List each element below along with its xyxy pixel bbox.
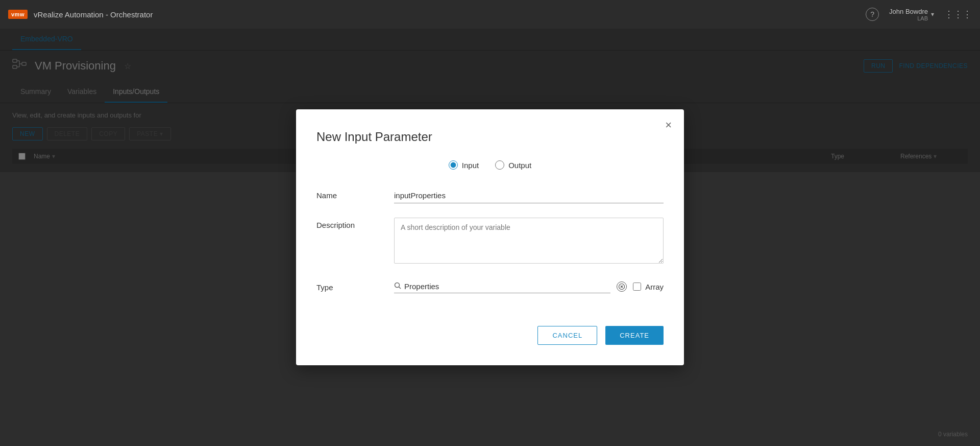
description-label: Description: [316, 218, 378, 229]
help-icon[interactable]: ?: [866, 8, 879, 21]
radio-output[interactable]: [495, 160, 504, 170]
name-input[interactable]: [394, 188, 664, 203]
close-button[interactable]: ×: [665, 120, 672, 131]
dialog: × New Input Parameter Input Output Name: [296, 109, 684, 365]
array-checkbox-wrapper: Array: [633, 283, 664, 291]
modal-overlay: × New Input Parameter Input Output Name: [0, 29, 980, 446]
type-field-wrapper: Properties Array: [394, 280, 664, 293]
user-info: John Bowdre LAB ▾: [889, 8, 934, 21]
nav-right: ? John Bowdre LAB ▾ ⋮⋮⋮: [866, 8, 972, 21]
vmw-logo: vmw: [8, 10, 28, 19]
svg-point-7: [395, 283, 400, 288]
grid-icon[interactable]: ⋮⋮⋮: [944, 9, 972, 20]
type-input-wrapper: Properties: [394, 280, 610, 293]
app-title: vRealize Automation - Orchestrator: [34, 10, 866, 19]
name-field-control: [394, 188, 664, 203]
chevron-down-icon[interactable]: ▾: [931, 11, 934, 18]
type-field-row: Type Properties: [316, 280, 664, 293]
description-textarea[interactable]: [394, 218, 664, 264]
radio-input-label: Input: [462, 161, 479, 170]
user-name: John Bowdre LAB: [889, 8, 928, 21]
name-label: Name: [316, 188, 378, 200]
array-checkbox[interactable]: [633, 283, 641, 291]
radio-input[interactable]: [449, 160, 458, 170]
type-value: Properties: [404, 282, 610, 291]
cancel-button[interactable]: CANCEL: [537, 326, 597, 345]
type-search-icon: [394, 282, 401, 291]
main-content: Embedded-VRO VM Provisioning ☆ RUN FIND …: [0, 29, 980, 446]
type-field-control: Properties Array: [394, 280, 664, 293]
top-nav: vmw vRealize Automation - Orchestrator ?…: [0, 0, 980, 29]
name-field-row: Name: [316, 188, 664, 203]
radio-group: Input Output: [316, 160, 664, 170]
radio-output-label: Output: [508, 161, 531, 170]
description-field-row: Description: [316, 218, 664, 266]
radio-input-option[interactable]: Input: [449, 160, 479, 170]
svg-line-8: [399, 287, 401, 289]
create-button[interactable]: CREATE: [605, 326, 664, 345]
array-label: Array: [645, 283, 664, 291]
radio-output-option[interactable]: Output: [495, 160, 531, 170]
description-field-control: [394, 218, 664, 266]
type-label: Type: [316, 280, 378, 292]
type-clear-icon[interactable]: [617, 281, 627, 292]
dialog-title: New Input Parameter: [316, 130, 664, 144]
dialog-footer: CANCEL CREATE: [316, 314, 664, 345]
